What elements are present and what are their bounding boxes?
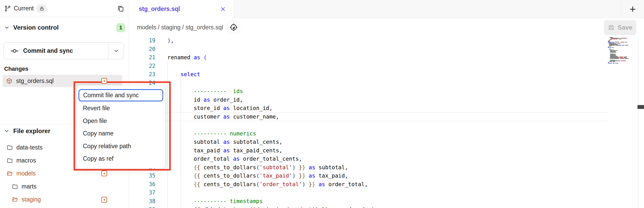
line-content: customer as customer_name, [167, 113, 279, 121]
git-commit-icon [11, 47, 18, 55]
code-line-20[interactable]: 20 [129, 45, 644, 54]
sidebar-item-staging[interactable]: staging [0, 193, 129, 206]
version-control-header[interactable]: Version control 1 [0, 22, 129, 33]
code-line-34[interactable]: 34 {{ cents_to_dollars('subtotal') }} as… [129, 163, 644, 172]
code-line-36[interactable]: 36 {{ cents_to_dollars('order_total') }}… [129, 180, 644, 189]
code-line-19[interactable]: 19), [129, 36, 644, 45]
editor-right-border [638, 36, 638, 208]
commit-and-sync-label: Commit and sync [23, 47, 73, 54]
folder-icon [7, 144, 13, 151]
file-context-menu: Commit file and syncRevert fileOpen file… [77, 85, 165, 168]
code-line-21[interactable]: 21renamed as ( [129, 53, 644, 62]
line-number: 23 [129, 70, 155, 79]
compass-icon [229, 23, 238, 32]
line-number: 19 [129, 36, 155, 45]
changed-file-name: stg_orders.sql [16, 77, 54, 84]
modified-folder-badge-staging [101, 197, 107, 203]
chevron-down-icon [113, 48, 119, 54]
chevron-down-icon [4, 128, 10, 134]
code-line-27[interactable]: 27 store_id as location_id, [129, 104, 644, 113]
save-label: Save [618, 24, 632, 31]
folder-name: data-tests [16, 144, 43, 151]
line-number: 39 [129, 205, 155, 208]
menu-item-copy-relative-path[interactable]: Copy relative path [77, 140, 165, 153]
folder-name: staging [22, 196, 41, 203]
code-line-30[interactable]: 30 ---------- numerics [129, 129, 644, 138]
line-content: store_id as location_id, [167, 104, 273, 113]
menu-item-copy-as-ref[interactable]: Copy as ref [77, 152, 165, 165]
line-content: {{ cents_to_dollars('tax_paid') }} as ta… [167, 172, 348, 180]
minimap[interactable] [608, 37, 636, 66]
folder-icon [12, 183, 18, 190]
tab-label: stg_orders.sql [139, 5, 180, 12]
chevron-down-icon [4, 25, 10, 30]
code-line-22[interactable]: 22 [129, 62, 644, 70]
folder-name: macros [16, 157, 36, 164]
tab-bar: stg_orders.sql + [129, 0, 644, 18]
line-number: 22 [129, 62, 155, 70]
close-tab-icon[interactable] [220, 6, 226, 12]
copy-icon[interactable] [117, 5, 124, 12]
model-cube-icon [6, 78, 12, 84]
code-line-28[interactable]: 28 customer as customer_name, [129, 113, 644, 121]
commit-and-sync-button[interactable]: Commit and sync [4, 43, 108, 59]
sidebar-item-marts[interactable]: marts [0, 180, 129, 193]
folder-open-icon [7, 170, 13, 177]
code-line-38[interactable]: 38 ---------- timestamps [129, 197, 644, 206]
line-number: 35 [129, 172, 155, 180]
line-number: 20 [129, 45, 155, 54]
folder-icon [7, 157, 13, 164]
branch-lock-badge [36, 4, 47, 13]
menu-item-commit-file-and-sync[interactable]: Commit file and sync [78, 89, 163, 101]
code-editor[interactable]: 19),2021renamed as (2223 select2425 ----… [129, 36, 644, 208]
lineage-compass-button[interactable] [227, 21, 240, 34]
menu-item-copy-name[interactable]: Copy name [77, 127, 165, 140]
code-line-35[interactable]: 35 {{ cents_to_dollars('tax_paid') }} as… [129, 172, 644, 180]
line-content: tax_paid as tax_paid_cents, [167, 146, 282, 155]
line-number: 37 [129, 188, 155, 197]
line-content: ), [167, 36, 174, 45]
new-tab-button[interactable]: + [621, 0, 644, 18]
modified-file-badge [101, 78, 107, 84]
tab-stg-orders[interactable]: stg_orders.sql [129, 0, 234, 18]
line-content: ---------- timestamps [167, 197, 263, 206]
editor-pane: stg_orders.sql + models / staging / stg_… [129, 0, 644, 208]
folder-open-icon [12, 196, 18, 203]
sidebar-item-models[interactable]: models [0, 167, 129, 180]
line-content: renamed as ( [167, 53, 207, 62]
menu-item-revert-file[interactable]: Revert file [77, 102, 165, 115]
line-number: 36 [129, 180, 155, 189]
code-lines: 19),2021renamed as (2223 select2425 ----… [129, 36, 644, 208]
code-line-37[interactable]: 37 [129, 188, 644, 197]
branch-bar: Current [0, 0, 129, 17]
modified-folder-badge-models [101, 171, 107, 176]
breadcrumb-bar: models / staging / stg_orders.sql Save [129, 18, 644, 36]
code-line-26[interactable]: 26 id as order_id, [129, 96, 644, 104]
code-line-24[interactable]: 24 [129, 79, 644, 87]
version-control-title: Version control [13, 24, 59, 31]
code-line-29[interactable]: 29 [129, 121, 644, 129]
menu-item-open-file[interactable]: Open file [77, 115, 165, 127]
line-content: id as order_id, [167, 96, 243, 104]
line-content: select [167, 70, 200, 79]
line-content: ---------- ids [167, 87, 243, 96]
code-line-32[interactable]: 32 tax_paid as tax_paid_cents, [129, 146, 644, 155]
folder-name: marts [22, 183, 37, 190]
code-line-39[interactable]: 39 {{ dbt.date_trunc('day', 'ordered_at'… [129, 205, 644, 208]
code-line-25[interactable]: 25 ---------- ids [129, 87, 644, 96]
line-content: {{ dbt.date_trunc('day', 'ordered_at') }… [167, 205, 374, 208]
code-line-31[interactable]: 31 subtotal as subtotal_cents, [129, 138, 644, 146]
lock-icon [40, 6, 44, 11]
plus-icon: + [630, 4, 636, 14]
code-line-33[interactable]: 33 order_total as order_total_cents, [129, 155, 644, 163]
line-content: subtotal as subtotal_cents, [167, 138, 282, 146]
commit-and-sync-split-button: Commit and sync [4, 42, 124, 59]
git-branch-icon [4, 5, 11, 12]
breadcrumb: models / staging / stg_orders.sql [137, 24, 223, 31]
line-content: ---------- numerics [167, 129, 256, 138]
line-number: 38 [129, 197, 155, 206]
code-line-23[interactable]: 23 select [129, 70, 644, 79]
scrollbar-thumb[interactable] [638, 105, 644, 109]
save-button[interactable]: Save [604, 20, 636, 35]
commit-options-dropdown[interactable] [108, 43, 124, 59]
